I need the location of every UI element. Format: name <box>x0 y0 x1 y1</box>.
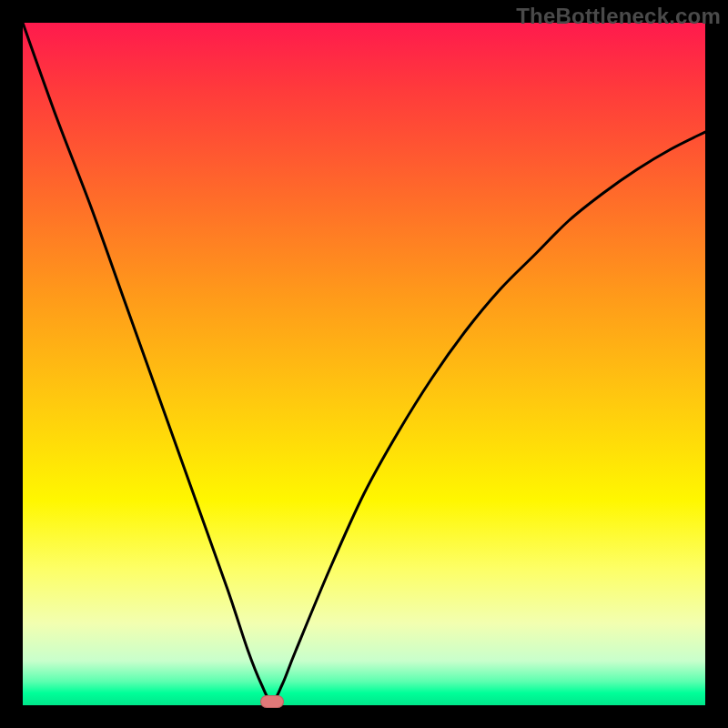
bottleneck-curve <box>23 23 705 702</box>
plot-area <box>23 23 705 705</box>
curve-svg <box>23 23 705 705</box>
optimal-point-marker <box>260 695 284 708</box>
chart-frame: TheBottleneck.com <box>0 0 728 728</box>
watermark-text: TheBottleneck.com <box>516 4 721 29</box>
